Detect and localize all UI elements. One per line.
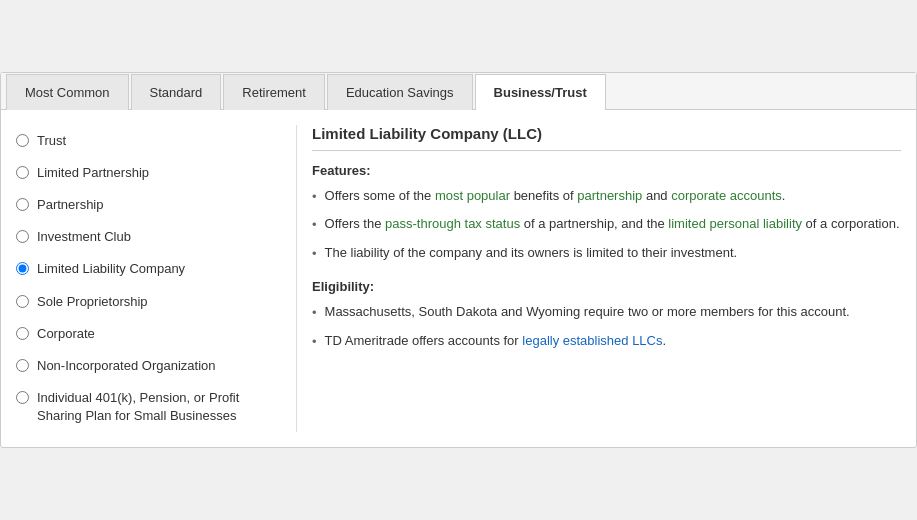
bullet-dot-1: • <box>312 187 317 207</box>
feature-item-3: • The liability of the company and its o… <box>312 243 901 264</box>
bullet-dot-4: • <box>312 303 317 323</box>
radio-item-partnership[interactable]: Partnership <box>16 189 276 221</box>
eligibility-label: Eligibility: <box>312 279 901 294</box>
bullet-dot-5: • <box>312 332 317 352</box>
radio-non-incorporated[interactable] <box>16 359 29 372</box>
radio-investment-club-label: Investment Club <box>37 228 131 246</box>
feature-item-2: • Offers the pass-through tax status of … <box>312 214 901 235</box>
tab-bar: Most Common Standard Retirement Educatio… <box>1 73 916 110</box>
tab-standard[interactable]: Standard <box>131 74 222 110</box>
detail-title: Limited Liability Company (LLC) <box>312 125 901 151</box>
radio-item-corporate[interactable]: Corporate <box>16 318 276 350</box>
features-label: Features: <box>312 163 901 178</box>
radio-investment-club[interactable] <box>16 230 29 243</box>
radio-trust[interactable] <box>16 134 29 147</box>
radio-item-sole-proprietorship[interactable]: Sole Proprietorship <box>16 286 276 318</box>
tab-most-common[interactable]: Most Common <box>6 74 129 110</box>
radio-sole-proprietorship[interactable] <box>16 295 29 308</box>
radio-item-trust[interactable]: Trust <box>16 125 276 157</box>
tab-business-trust[interactable]: Business/Trust <box>475 74 606 110</box>
radio-item-llc[interactable]: Limited Liability Company <box>16 253 276 285</box>
radio-item-limited-partnership[interactable]: Limited Partnership <box>16 157 276 189</box>
radio-limited-partnership-label: Limited Partnership <box>37 164 149 182</box>
radio-individual-401k[interactable] <box>16 391 29 404</box>
tab-retirement[interactable]: Retirement <box>223 74 325 110</box>
radio-partnership-label: Partnership <box>37 196 103 214</box>
main-container: Most Common Standard Retirement Educatio… <box>0 72 917 449</box>
eligibility-list: • Massachusetts, South Dakota and Wyomin… <box>312 302 901 351</box>
eligibility-text-1: Massachusetts, South Dakota and Wyoming … <box>325 302 850 322</box>
radio-llc-label: Limited Liability Company <box>37 260 185 278</box>
eligibility-text-2: TD Ameritrade offers accounts for legall… <box>325 331 667 351</box>
radio-non-incorporated-label: Non-Incorporated Organization <box>37 357 216 375</box>
feature-text-1: Offers some of the most popular benefits… <box>325 186 786 206</box>
feature-text-2: Offers the pass-through tax status of a … <box>325 214 900 234</box>
radio-sole-proprietorship-label: Sole Proprietorship <box>37 293 148 311</box>
bullet-dot-2: • <box>312 215 317 235</box>
radio-trust-label: Trust <box>37 132 66 150</box>
bullet-dot-3: • <box>312 244 317 264</box>
radio-llc[interactable] <box>16 262 29 275</box>
radio-item-investment-club[interactable]: Investment Club <box>16 221 276 253</box>
radio-individual-401k-label: Individual 401(k), Pension, or Profit Sh… <box>37 389 276 425</box>
eligibility-item-1: • Massachusetts, South Dakota and Wyomin… <box>312 302 901 323</box>
feature-item-1: • Offers some of the most popular benefi… <box>312 186 901 207</box>
radio-partnership[interactable] <box>16 198 29 211</box>
radio-item-individual-401k[interactable]: Individual 401(k), Pension, or Profit Sh… <box>16 382 276 432</box>
radio-item-non-incorporated[interactable]: Non-Incorporated Organization <box>16 350 276 382</box>
tab-education-savings[interactable]: Education Savings <box>327 74 473 110</box>
radio-corporate[interactable] <box>16 327 29 340</box>
features-list: • Offers some of the most popular benefi… <box>312 186 901 264</box>
account-type-list: Trust Limited Partnership Partnership In… <box>16 125 276 433</box>
detail-panel: Limited Liability Company (LLC) Features… <box>296 125 901 433</box>
feature-text-3: The liability of the company and its own… <box>325 243 738 263</box>
content-area: Trust Limited Partnership Partnership In… <box>1 110 916 448</box>
radio-limited-partnership[interactable] <box>16 166 29 179</box>
radio-corporate-label: Corporate <box>37 325 95 343</box>
eligibility-item-2: • TD Ameritrade offers accounts for lega… <box>312 331 901 352</box>
